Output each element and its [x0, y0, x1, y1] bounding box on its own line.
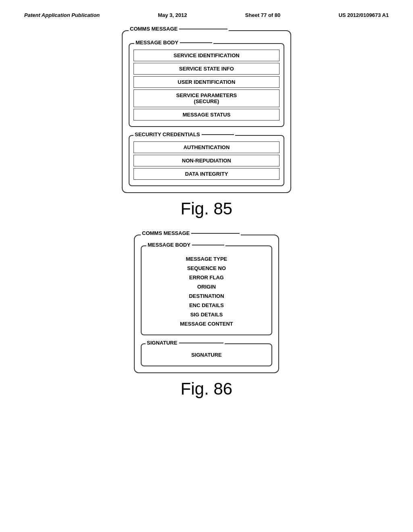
- non-repudiation-row: NON-REPUDIATION: [133, 155, 280, 166]
- sig-label-line: [179, 343, 223, 343]
- figure-86: COMMS MESSAGE MESSAGE BODY MESSAGE TYPE …: [134, 235, 279, 403]
- message-body-box: MESSAGE BODY SERVICE IDENTIFICATION SERV…: [129, 43, 284, 127]
- service-state-info-row: SERVICE STATE INFO: [133, 63, 280, 75]
- comms-label-line: [179, 29, 227, 29]
- fig86-msg-body-line: [192, 245, 224, 245]
- service-identification-row: SERVICE IDENTIFICATION: [133, 50, 280, 61]
- date-label: May 3, 2012: [158, 12, 187, 18]
- destination-row: DESTINATION: [146, 291, 267, 301]
- error-flag-row: ERROR FLAG: [146, 273, 267, 282]
- user-identification-row: USER IDENTIFICATION: [133, 76, 280, 88]
- comms-message-label: COMMS MESSAGE: [129, 26, 229, 32]
- message-content-row: MESSAGE CONTENT: [146, 319, 267, 328]
- figures-container: COMMS MESSAGE MESSAGE BODY SERVICE IDENT…: [16, 26, 397, 419]
- service-parameters-row: SERVICE PARAMETERS(SECURE): [133, 89, 280, 107]
- signature-label: SIGNATURE: [146, 340, 225, 346]
- origin-row: ORIGIN: [146, 282, 267, 291]
- security-credentials-box: SECURITY CREDENTIALS AUTHENTICATION NON-…: [129, 135, 284, 186]
- message-type-row: MESSAGE TYPE: [146, 254, 267, 264]
- authentication-row: AUTHENTICATION: [133, 141, 280, 153]
- msg-body-line: [180, 42, 212, 43]
- data-integrity-row: DATA INTEGRITY: [133, 168, 280, 180]
- sequence-no-row: SEQUENCE NO: [146, 264, 267, 273]
- message-status-row: MESSAGE STATUS: [133, 109, 280, 121]
- fig85-outer-box: COMMS MESSAGE MESSAGE BODY SERVICE IDENT…: [122, 30, 291, 193]
- security-credentials-label: SECURITY CREDENTIALS: [133, 131, 235, 137]
- fig86-comms-label: COMMS MESSAGE: [141, 230, 241, 236]
- fig86-message-body-box: MESSAGE BODY MESSAGE TYPE SEQUENCE NO ER…: [141, 245, 272, 335]
- fig86-caption: Fig. 86: [181, 379, 232, 399]
- fig86-comms-line: [191, 233, 240, 234]
- fig86-message-body-label: MESSAGE BODY: [146, 242, 225, 248]
- page-header: Patent Application Publication May 3, 20…: [16, 8, 397, 26]
- message-body-label: MESSAGE BODY: [134, 39, 213, 46]
- patent-label: US 2012/0109673 A1: [338, 12, 389, 18]
- fig85-caption: Fig. 85: [181, 199, 232, 218]
- signature-box: SIGNATURE SIGNATURE: [141, 343, 272, 366]
- publication-label: Patent Application Publication: [24, 12, 100, 18]
- sheet-label: Sheet 77 of 80: [245, 12, 280, 18]
- sec-cred-line: [202, 134, 234, 135]
- fig86-outer-box: COMMS MESSAGE MESSAGE BODY MESSAGE TYPE …: [134, 235, 279, 373]
- sig-details-row: SIG DETAILS: [146, 310, 267, 319]
- enc-details-row: ENC DETAILS: [146, 301, 267, 310]
- signature-row: SIGNATURE: [146, 350, 267, 360]
- page: Patent Application Publication May 3, 20…: [0, 0, 413, 532]
- figure-85: COMMS MESSAGE MESSAGE BODY SERVICE IDENT…: [122, 30, 291, 222]
